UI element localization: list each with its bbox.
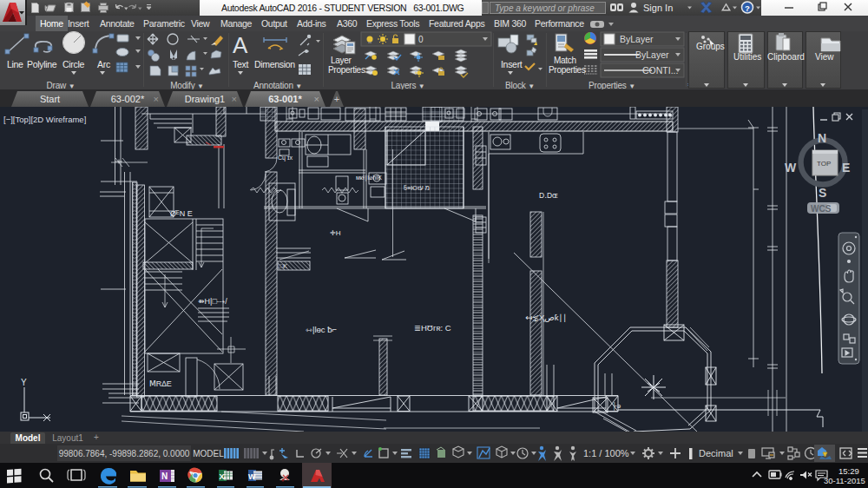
svg-text:CONTI...: CONTI... [642, 65, 678, 76]
svg-text:W: W [785, 161, 797, 175]
svg-text:Groups: Groups [696, 42, 725, 51]
svg-text:E: E [842, 161, 850, 175]
svg-text:1:1 / 100%: 1:1 / 100% [583, 448, 629, 458]
svg-text:Clipboard: Clipboard [767, 52, 805, 62]
svg-text:⇻H|□⤏/: ⇻H|□⤏/ [198, 297, 227, 306]
svg-text:ØᴱN E: ØᴱN E [170, 209, 193, 218]
svg-text:?: ? [745, 3, 750, 13]
svg-text:X: X [220, 472, 225, 481]
svg-text:View: View [815, 52, 834, 62]
svg-text:WCS: WCS [811, 204, 832, 214]
svg-text:Sign In: Sign In [643, 3, 673, 13]
svg-text:W: W [248, 472, 256, 481]
svg-text:Utilities: Utilities [733, 52, 761, 62]
svg-text:ⅯR∆E: ⅯR∆E [149, 379, 172, 388]
svg-text:[−][Top][2D Wireframe]: [−][Top][2D Wireframe] [3, 115, 86, 124]
svg-text:S: S [819, 186, 826, 200]
svg-text:Cɥ ɪх: Cɥ ɪх [278, 155, 293, 162]
svg-text:TOP: TOP [817, 160, 831, 168]
svg-text:30-11-2015: 30-11-2015 [824, 476, 865, 485]
svg-text:ByLayer: ByLayer [620, 34, 654, 44]
svg-text:ByLayer: ByLayer [635, 49, 669, 60]
svg-text:Y: Y [21, 378, 27, 387]
svg-text:Decimal: Decimal [699, 448, 733, 458]
svg-text:ნ≡Юמ עז: ნ≡Юמ עז [404, 184, 430, 192]
svg-text:N: N [161, 472, 168, 481]
svg-text:✛H: ✛H [330, 229, 341, 237]
svg-text:мкƗ∣І⌀һІK: мкƗ∣І⌀һІK [356, 175, 382, 181]
svg-text:N: N [818, 131, 826, 145]
svg-text:↤⋨Ҳصƙ∣∣: ↤⋨Ҳصƙ∣∣ [525, 313, 567, 323]
svg-text:0: 0 [418, 35, 424, 44]
svg-text:□K: □K [279, 263, 287, 269]
svg-text:15:29: 15:29 [838, 466, 859, 476]
svg-text:D․Dɶ: D․Dɶ [539, 191, 558, 200]
svg-text:≣HƱгʀ: Ϲ: ≣HƱгʀ: Ϲ [414, 323, 451, 333]
svg-text:├ə: ├ə [612, 401, 621, 411]
svg-text:⇿|Ɩɵϲ ƀ⌐: ⇿|Ɩɵϲ ƀ⌐ [306, 325, 337, 334]
